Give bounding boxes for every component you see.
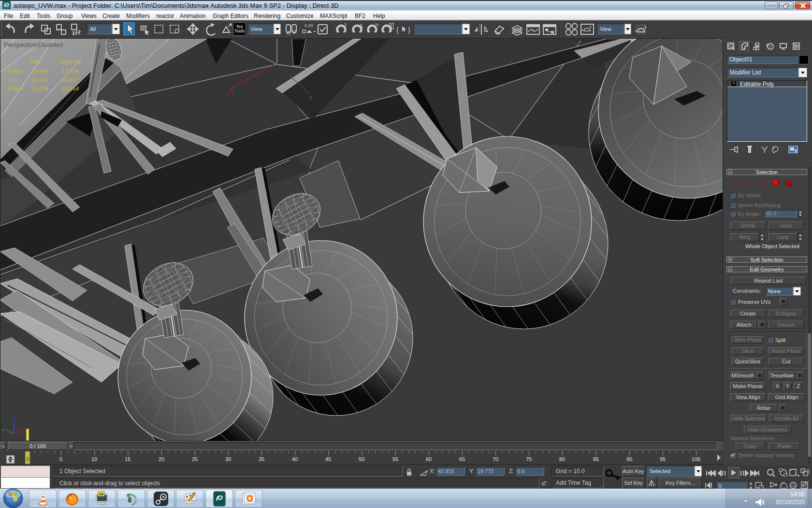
- svg-text:25: 25: [192, 456, 198, 462]
- svg-text:x: x: [309, 94, 312, 100]
- svg-text:Tris:: Tris:: [8, 77, 18, 83]
- svg-text:24,917: 24,917: [31, 77, 48, 83]
- svg-text:60: 60: [426, 456, 432, 462]
- svg-text:90: 90: [626, 456, 632, 462]
- svg-text:10: 10: [91, 456, 97, 462]
- svg-text:100: 100: [692, 456, 700, 462]
- svg-text:12,504: 12,504: [31, 68, 49, 74]
- svg-text:75: 75: [526, 456, 532, 462]
- svg-text:30: 30: [225, 456, 231, 462]
- svg-text:20: 20: [159, 456, 164, 462]
- svg-text:70: 70: [493, 456, 498, 462]
- svg-text:15: 15: [125, 456, 130, 462]
- svg-text:80: 80: [559, 456, 565, 462]
- svg-text:85: 85: [593, 456, 599, 462]
- svg-text:12,504: 12,504: [62, 68, 79, 74]
- svg-text:x: x: [20, 430, 23, 434]
- svg-text:40: 40: [292, 456, 298, 462]
- svg-text:Total: Total: [29, 59, 41, 65]
- svg-text:95: 95: [660, 456, 666, 462]
- svg-text:5: 5: [59, 456, 62, 462]
- svg-text:25,254: 25,254: [62, 86, 79, 91]
- svg-text:0: 0: [719, 483, 722, 489]
- svg-text:50: 50: [359, 456, 364, 462]
- svg-text:25,254: 25,254: [31, 86, 49, 91]
- svg-text:99: 99: [99, 492, 103, 496]
- svg-text:0: 0: [26, 456, 29, 462]
- svg-text:55: 55: [392, 456, 398, 462]
- svg-text:45: 45: [325, 456, 331, 462]
- svg-text:Polys:: Polys:: [8, 68, 23, 74]
- svg-text:35: 35: [259, 456, 264, 462]
- svg-text:Edges:: Edges:: [8, 86, 25, 91]
- svg-text:65: 65: [459, 456, 465, 462]
- svg-text:y: y: [227, 90, 230, 95]
- svg-text:y: y: [2, 427, 4, 432]
- svg-text:Object01: Object01: [59, 59, 81, 65]
- svg-text:24,917: 24,917: [62, 77, 79, 83]
- svg-text:Perspective/Disabled: Perspective/Disabled: [4, 41, 63, 48]
